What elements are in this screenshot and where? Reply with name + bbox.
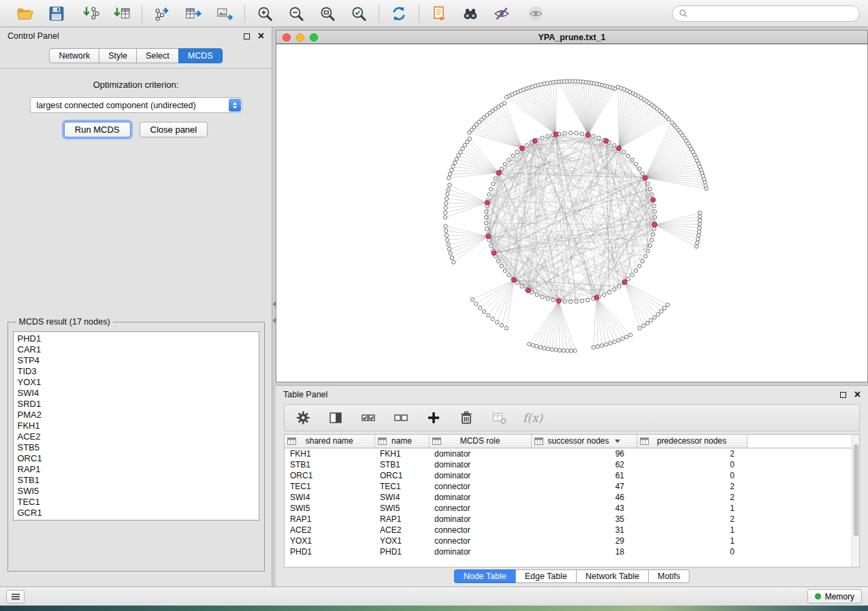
unselect-all-button[interactable] — [392, 409, 410, 427]
network-node[interactable] — [696, 241, 699, 244]
zoom-selected-button[interactable] — [349, 3, 369, 24]
network-node[interactable] — [445, 238, 449, 242]
mcds-result-item[interactable]: ORC1 — [14, 453, 259, 464]
table-row[interactable]: ACE2ACE2connector311 — [285, 525, 852, 535]
delete-column-button[interactable] — [457, 409, 475, 427]
table-settings-button[interactable] — [294, 409, 312, 427]
network-node[interactable] — [621, 337, 624, 340]
network-node[interactable] — [646, 249, 649, 252]
select-all-button[interactable] — [359, 409, 377, 427]
network-node[interactable] — [450, 256, 453, 259]
network-node[interactable] — [550, 348, 553, 351]
network-node[interactable] — [602, 293, 606, 297]
hide-selected-button[interactable] — [492, 3, 512, 24]
table-row[interactable]: PHD1PHD1dominator180 — [285, 546, 852, 557]
close-panel-button[interactable]: Close panel — [140, 122, 208, 137]
mcds-result-item[interactable]: STB5 — [14, 442, 259, 453]
network-node[interactable] — [696, 237, 700, 241]
network-node[interactable] — [515, 150, 519, 154]
network-node[interactable] — [630, 273, 634, 276]
network-node[interactable] — [613, 144, 616, 147]
table-row[interactable]: YOX1YOX1connector291 — [285, 535, 852, 546]
maximize-window-button[interactable] — [310, 33, 318, 42]
mcds-result-item[interactable]: STB1 — [14, 475, 259, 486]
tab-node-table[interactable]: Node Table — [454, 569, 515, 583]
column-header-successor-nodes[interactable]: successor nodes — [531, 435, 637, 448]
tab-motifs[interactable]: Motifs — [648, 569, 690, 583]
network-hub-node[interactable] — [485, 201, 490, 205]
network-node[interactable] — [653, 210, 656, 213]
network-node[interactable] — [500, 323, 503, 327]
network-node[interactable] — [617, 339, 620, 342]
export-network-button[interactable] — [152, 3, 172, 24]
network-node[interactable] — [638, 264, 641, 267]
network-node[interactable] — [656, 313, 660, 316]
float-panel-icon[interactable] — [840, 392, 846, 398]
network-node[interactable] — [643, 254, 647, 258]
network-node[interactable] — [634, 163, 638, 166]
network-node[interactable] — [697, 233, 701, 237]
mcds-result-item[interactable]: SWI5 — [14, 486, 259, 497]
network-hub-node[interactable] — [617, 146, 622, 151]
network-node[interactable] — [638, 167, 641, 170]
network-node[interactable] — [482, 310, 485, 313]
network-node[interactable] — [554, 348, 558, 352]
network-node[interactable] — [492, 182, 495, 185]
network-hub-node[interactable] — [492, 251, 496, 256]
network-window-titlebar[interactable]: YPA_prune.txt_1 — [276, 31, 867, 44]
network-node[interactable] — [503, 269, 507, 272]
network-node[interactable] — [698, 215, 701, 218]
network-hub-node[interactable] — [585, 133, 590, 137]
column-header-mcds-role[interactable]: MCDS role — [429, 435, 531, 448]
network-node[interactable] — [484, 216, 487, 219]
tab-edge-table[interactable]: Edge Table — [515, 569, 576, 583]
table-row[interactable]: STB1STB1dominator620 — [285, 459, 852, 470]
network-node[interactable] — [487, 193, 491, 196]
mcds-result-item[interactable]: YOX1 — [14, 377, 259, 388]
network-node[interactable] — [605, 343, 608, 346]
network-node[interactable] — [697, 230, 701, 233]
network-node[interactable] — [489, 187, 493, 191]
network-hub-node[interactable] — [622, 280, 627, 284]
close-panel-icon[interactable]: × — [854, 389, 861, 400]
network-node[interactable] — [660, 310, 663, 313]
network-node[interactable] — [625, 335, 628, 339]
network-node[interactable] — [592, 346, 595, 349]
network-node[interactable] — [475, 302, 478, 306]
network-node[interactable] — [494, 177, 497, 180]
network-node[interactable] — [546, 134, 549, 137]
network-node[interactable] — [641, 171, 644, 175]
network-node[interactable] — [520, 284, 524, 288]
close-panel-icon[interactable]: × — [258, 31, 264, 42]
network-node[interactable] — [558, 348, 561, 352]
network-node[interactable] — [466, 140, 469, 144]
network-node[interactable] — [698, 226, 701, 229]
panel-splitter[interactable] — [272, 27, 276, 587]
memory-button[interactable]: Memory — [807, 589, 862, 604]
network-node[interactable] — [568, 300, 572, 303]
network-node[interactable] — [646, 182, 649, 185]
network-node[interactable] — [546, 347, 549, 350]
network-canvas[interactable] — [276, 44, 867, 382]
network-node[interactable] — [444, 206, 447, 210]
column-header-predecessor-nodes[interactable]: predecessor nodes — [637, 435, 747, 448]
network-node[interactable] — [447, 176, 451, 180]
network-node[interactable] — [634, 269, 638, 272]
mcds-result-item[interactable]: FKH1 — [14, 420, 259, 431]
network-node[interactable] — [539, 346, 542, 349]
network-node[interactable] — [447, 247, 451, 250]
network-node[interactable] — [638, 327, 641, 330]
column-header-name[interactable]: name — [374, 435, 429, 448]
network-node[interactable] — [569, 349, 573, 352]
network-node[interactable] — [535, 344, 539, 348]
search-input[interactable] — [692, 9, 853, 18]
network-node[interactable] — [446, 193, 449, 196]
network-node[interactable] — [628, 333, 632, 337]
mcds-result-item[interactable]: CAR1 — [14, 344, 259, 355]
network-node[interactable] — [535, 293, 539, 297]
network-node[interactable] — [449, 252, 452, 255]
zoom-in-button[interactable] — [255, 3, 275, 24]
network-node[interactable] — [507, 273, 511, 276]
network-node[interactable] — [580, 132, 583, 135]
network-node[interactable] — [489, 244, 493, 247]
